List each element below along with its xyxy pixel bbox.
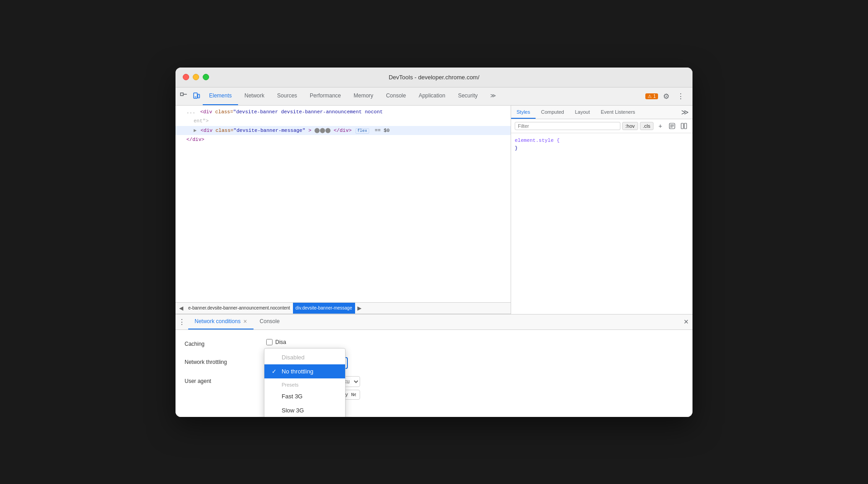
dropdown-item-fast3g[interactable]: Fast 3G bbox=[264, 389, 345, 403]
tab-close-network-conditions[interactable]: × bbox=[243, 318, 247, 324]
styles-tab-layout[interactable]: Layout bbox=[570, 106, 595, 119]
breadcrumb-right-arrow[interactable]: ▶ bbox=[355, 303, 364, 314]
elements-panel: ... <div class="devsite-banner devsite-b… bbox=[176, 106, 511, 314]
breadcrumb-left-arrow[interactable]: ◀ bbox=[176, 303, 185, 314]
tab-network[interactable]: Network bbox=[238, 87, 271, 105]
caching-checkbox-row: Disa bbox=[266, 339, 286, 345]
elements-content: ... <div class="devsite-banner devsite-b… bbox=[176, 106, 511, 302]
breadcrumb-item-2[interactable]: div.devsite-banner-message bbox=[293, 303, 355, 314]
svg-rect-0 bbox=[180, 93, 183, 96]
styles-content: element.style { } bbox=[511, 133, 692, 314]
bottom-more-icon[interactable]: ⋮ bbox=[176, 315, 188, 329]
devtools-window: DevTools - developer.chrome.com/ Element… bbox=[176, 68, 692, 417]
dropdown-item-no-throttling[interactable]: ✓ No throttling bbox=[264, 364, 345, 378]
throttling-dropdown-menu: Disabled ✓ No throttling Presets Fast 3G bbox=[264, 348, 346, 417]
dropdown-item-slow3g[interactable]: Slow 3G bbox=[264, 403, 345, 417]
tab-memory[interactable]: Memory bbox=[347, 87, 380, 105]
user-agent-row: User agent Use Androi ky Nexu bbox=[185, 373, 683, 411]
svg-rect-2 bbox=[194, 93, 197, 98]
tab-performance[interactable]: Performance bbox=[303, 87, 347, 105]
main-content: ... <div class="devsite-banner devsite-b… bbox=[176, 106, 692, 314]
bottom-panel: ⋮ Network conditions × Console × Caching… bbox=[176, 314, 692, 417]
caching-checkbox-label: Disa bbox=[275, 339, 286, 345]
caching-checkbox[interactable] bbox=[266, 339, 273, 345]
styles-panel: Styles Computed Layout Event Listeners ≫… bbox=[511, 106, 692, 314]
styles-tab-styles[interactable]: Styles bbox=[511, 106, 536, 119]
cls-button[interactable]: .cls bbox=[640, 122, 654, 130]
tab-bottom-console[interactable]: Console bbox=[254, 315, 286, 329]
tab-network-conditions[interactable]: Network conditions × bbox=[188, 315, 254, 329]
dropdown-item-disabled: Disabled bbox=[264, 350, 345, 364]
svg-rect-9 bbox=[681, 123, 683, 129]
toolbar-right: ⚠ 1 ⚙ ⋮ bbox=[645, 90, 691, 102]
toolbar-tabs: Elements Network Sources Performance Mem… bbox=[203, 87, 645, 105]
devtools-toolbar: Elements Network Sources Performance Mem… bbox=[176, 87, 692, 106]
minimize-button[interactable] bbox=[193, 74, 199, 80]
html-line-selected[interactable]: ▶ <div class="devsite-banner-message" > … bbox=[176, 126, 511, 136]
throttling-dropdown-overlay: Disabled ✓ No throttling Presets Fast 3G bbox=[264, 348, 346, 417]
styles-tabs: Styles Computed Layout Event Listeners ≫ bbox=[511, 106, 692, 119]
style-rule: element.style { } bbox=[515, 137, 689, 153]
tab-application[interactable]: Application bbox=[412, 87, 452, 105]
tab-elements[interactable]: Elements bbox=[203, 87, 238, 105]
svg-rect-3 bbox=[198, 94, 200, 98]
styles-filter-bar: :hov .cls + bbox=[511, 119, 692, 133]
more-options-icon[interactable]: ⋮ bbox=[674, 90, 687, 102]
traffic-lights bbox=[183, 74, 209, 80]
html-line: ent"> bbox=[176, 116, 511, 126]
caching-label: Caching bbox=[185, 339, 266, 347]
close-bottom-panel-icon[interactable]: × bbox=[680, 315, 692, 329]
styles-filter-input[interactable] bbox=[515, 122, 620, 130]
breadcrumb-nav: ◀ e-banner.devsite-banner-announcement.n… bbox=[176, 303, 365, 314]
warning-badge: ⚠ 1 bbox=[645, 93, 658, 99]
dropdown-section-presets: Presets bbox=[264, 378, 345, 389]
title-bar: DevTools - developer.chrome.com/ bbox=[176, 68, 692, 87]
hov-button[interactable]: :hov bbox=[622, 122, 638, 130]
tab-console[interactable]: Console bbox=[380, 87, 412, 105]
svg-rect-10 bbox=[684, 123, 687, 129]
user-agent-label: User agent bbox=[185, 376, 266, 384]
window-title: DevTools - developer.chrome.com/ bbox=[389, 74, 479, 81]
network-throttling-row: Network throttling No throttling bbox=[185, 353, 683, 373]
style-edit-icon[interactable] bbox=[667, 121, 677, 131]
caching-control: Disa bbox=[266, 339, 683, 345]
device-icon[interactable] bbox=[190, 90, 203, 102]
maximize-button[interactable] bbox=[203, 74, 209, 80]
network-conditions-content: Caching Disa Network throttling No throt… bbox=[176, 330, 692, 417]
add-style-icon[interactable]: + bbox=[655, 121, 665, 131]
html-line: ... <div class="devsite-banner devsite-b… bbox=[176, 107, 511, 117]
tab-more[interactable]: ≫ bbox=[484, 87, 502, 105]
tab-security[interactable]: Security bbox=[452, 87, 484, 105]
breadcrumb-item-1[interactable]: e-banner.devsite-banner-announcement.noc… bbox=[185, 303, 293, 314]
caching-row: Caching Disa bbox=[185, 335, 683, 353]
breadcrumb-bar: ◀ e-banner.devsite-banner-announcement.n… bbox=[176, 302, 511, 314]
network-throttling-label: Network throttling bbox=[185, 357, 266, 365]
styles-tab-event-listeners[interactable]: Event Listeners bbox=[595, 106, 641, 119]
styles-tab-computed[interactable]: Computed bbox=[536, 106, 570, 119]
bottom-tabs-bar: ⋮ Network conditions × Console × bbox=[176, 315, 692, 330]
close-button[interactable] bbox=[183, 74, 189, 80]
html-line: </div> bbox=[176, 135, 511, 145]
style-view-icon[interactable] bbox=[679, 121, 689, 131]
inspect-icon[interactable] bbox=[177, 90, 190, 102]
tab-sources[interactable]: Sources bbox=[271, 87, 303, 105]
styles-tab-more[interactable]: ≫ bbox=[678, 106, 692, 119]
settings-icon[interactable]: ⚙ bbox=[660, 90, 673, 102]
